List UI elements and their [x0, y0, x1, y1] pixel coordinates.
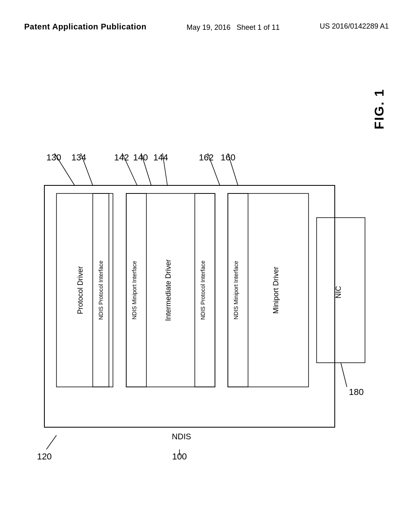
diagram: 130 134 142 140 144 162 160: [22, 153, 385, 484]
svg-line-18: [46, 435, 56, 449]
publication-label: Patent Application Publication: [24, 22, 146, 31]
ref-162: 162: [199, 153, 214, 162]
ndis-label: NDIS: [172, 432, 191, 441]
header: Patent Application Publication May 19, 2…: [0, 22, 413, 33]
nic-label: NIC: [334, 286, 342, 299]
ref-144: 144: [153, 153, 168, 162]
ref-120: 120: [37, 451, 52, 461]
ndis-miniport-interface-right-label: NDIS Miniport Interface: [233, 261, 239, 320]
ndis-protocol-interface-right-label: NDIS Protocol Interface: [200, 260, 206, 320]
ref-130: 130: [46, 153, 61, 162]
svg-rect-14: [228, 193, 309, 387]
miniport-driver-label: Miniport Driver: [272, 266, 280, 314]
protocol-driver-label: Protocol Driver: [76, 266, 84, 314]
pub-date: May 19, 2016 Sheet 1 of 11: [186, 23, 280, 31]
patent-number: US 2016/0142289 A1: [320, 22, 389, 31]
svg-rect-13: [44, 185, 335, 427]
diagram-svg: 130 134 142 140 144 162 160: [22, 153, 385, 484]
intermediate-driver-label: Intermediate Driver: [164, 259, 172, 321]
ref-180: 180: [349, 387, 364, 397]
page: Patent Application Publication May 19, 2…: [0, 0, 413, 532]
ref-160: 160: [221, 153, 236, 162]
svg-line-19: [341, 363, 347, 387]
ref-142: 142: [114, 153, 129, 162]
ref-134: 134: [71, 153, 86, 162]
figure-label: FIG. 1: [372, 89, 387, 129]
header-center: May 19, 2016 Sheet 1 of 11: [186, 22, 280, 33]
ndis-miniport-interface-left-label: NDIS Miniport Interface: [131, 261, 138, 320]
ndis-protocol-interface-left-label: NDIS Protocol Interface: [98, 260, 104, 320]
ref-140: 140: [133, 153, 148, 162]
svg-rect-7: [44, 185, 335, 427]
